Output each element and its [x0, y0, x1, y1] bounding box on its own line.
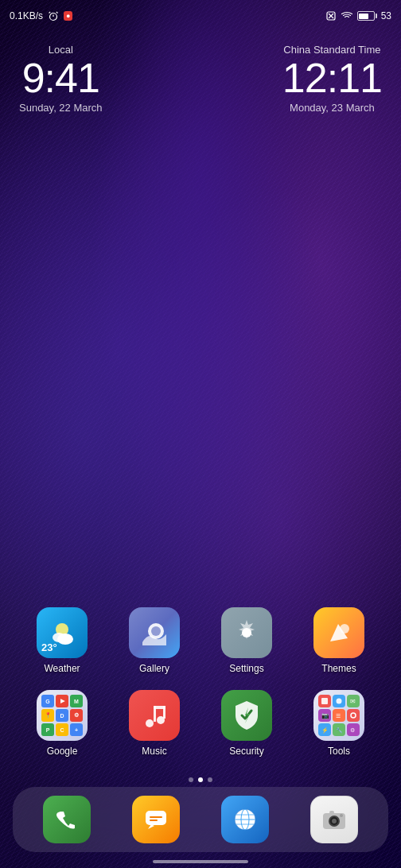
app-google[interactable]: G ▶ M 📍 D ⚙ P C + Google	[30, 690, 94, 757]
page-dot-3	[208, 777, 212, 782]
settings-label: Settings	[229, 663, 263, 674]
app-music[interactable]: Music	[123, 690, 186, 757]
svg-text:✉: ✉	[350, 698, 356, 705]
music-icon-bg	[129, 690, 180, 741]
svg-text:⚙: ⚙	[350, 727, 355, 733]
svg-text:⚡: ⚡	[321, 727, 329, 734]
alarm-icon	[48, 10, 59, 21]
page-dot-2	[198, 777, 203, 782]
weather-label: Weather	[44, 663, 80, 674]
svg-line-3	[56, 12, 58, 14]
app-tools[interactable]: ✉ 📷 ☰ ⚡	[307, 690, 371, 757]
gallery-icon-bg	[129, 607, 180, 658]
svg-rect-30	[150, 816, 162, 818]
clock-china-time: 12:11	[282, 57, 382, 99]
svg-rect-18	[154, 706, 165, 709]
rec-badge: ●	[64, 11, 72, 21]
svg-text:📷: 📷	[321, 711, 329, 719]
clock-local: Local 9:41 Sunday, 22 March	[19, 44, 103, 114]
page-indicators	[0, 777, 401, 782]
phone-icon	[54, 807, 80, 832]
clock-china-label: China Standard Time	[283, 44, 380, 56]
tools-grid-inner: ✉ 📷 ☰ ⚡	[313, 690, 364, 741]
app-weather[interactable]: 23° Weather	[30, 607, 94, 674]
clock-local-time: 9:41	[22, 57, 99, 99]
tools-label: Tools	[328, 746, 350, 757]
svg-point-41	[332, 819, 337, 823]
svg-rect-42	[329, 811, 334, 814]
clock-local-label: Local	[49, 44, 73, 56]
battery-percent: 53	[381, 10, 391, 21]
browser-icon	[232, 807, 258, 832]
status-left: 0.1KB/s ●	[10, 10, 72, 21]
svg-point-20	[337, 699, 342, 704]
app-themes[interactable]: Themes	[307, 607, 371, 674]
dock-phone[interactable]	[43, 796, 91, 843]
network-speed: 0.1KB/s	[10, 10, 43, 21]
svg-point-43	[340, 814, 343, 817]
sim-icon	[325, 10, 337, 21]
security-label: Security	[229, 746, 263, 757]
dock	[13, 787, 388, 852]
svg-point-13	[340, 624, 349, 634]
svg-text:🔧: 🔧	[336, 727, 343, 734]
app-row-1: 23° Weather Gallery	[16, 607, 385, 674]
app-gallery[interactable]: Gallery	[123, 607, 186, 674]
themes-label: Themes	[321, 663, 356, 674]
svg-point-9	[57, 634, 73, 645]
dock-camera[interactable]	[310, 796, 358, 843]
themes-icon-bg	[313, 607, 364, 658]
svg-text:☰: ☰	[336, 713, 341, 719]
wifi-icon	[341, 10, 353, 21]
status-right: 53	[325, 10, 391, 21]
svg-point-14	[146, 719, 154, 727]
app-security[interactable]: Security	[215, 690, 278, 757]
clock-china-date: Monday, 23 March	[290, 102, 375, 114]
svg-rect-31	[150, 820, 158, 821]
settings-icon-bg	[221, 607, 272, 658]
clocks-area: Local 9:41 Sunday, 22 March China Standa…	[0, 44, 401, 114]
messages-icon	[143, 807, 169, 832]
gallery-label: Gallery	[139, 663, 169, 674]
google-label: Google	[47, 746, 78, 757]
camera-icon	[321, 807, 347, 832]
home-screen: 0.1KB/s ●	[0, 0, 401, 868]
page-dot-1	[189, 777, 193, 782]
app-grid: 23° Weather Gallery	[0, 607, 401, 773]
security-icon-bg	[221, 690, 272, 741]
home-indicator	[153, 860, 248, 863]
google-icon-bg: G ▶ M 📍 D ⚙ P C +	[37, 690, 88, 741]
music-label: Music	[142, 746, 166, 757]
google-grid: G ▶ M 📍 D ⚙ P C +	[37, 690, 88, 741]
app-row-2: G ▶ M 📍 D ⚙ P C + Google	[16, 690, 385, 757]
temp-badge: 23°	[41, 641, 57, 653]
app-settings[interactable]: Settings	[215, 607, 278, 674]
clock-local-date: Sunday, 22 March	[19, 102, 103, 114]
svg-line-2	[49, 12, 51, 14]
svg-point-11	[151, 626, 161, 636]
status-bar: 0.1KB/s ●	[0, 0, 401, 32]
svg-point-24	[351, 713, 356, 718]
battery	[357, 11, 377, 21]
weather-icon-bg: 23°	[37, 607, 88, 658]
svg-rect-19	[321, 698, 328, 704]
clock-china: China Standard Time 12:11 Monday, 23 Mar…	[282, 44, 382, 114]
tools-icon-bg: ✉ 📷 ☰ ⚡	[313, 690, 364, 741]
dock-browser[interactable]	[221, 796, 269, 843]
dock-messages[interactable]	[132, 796, 180, 843]
